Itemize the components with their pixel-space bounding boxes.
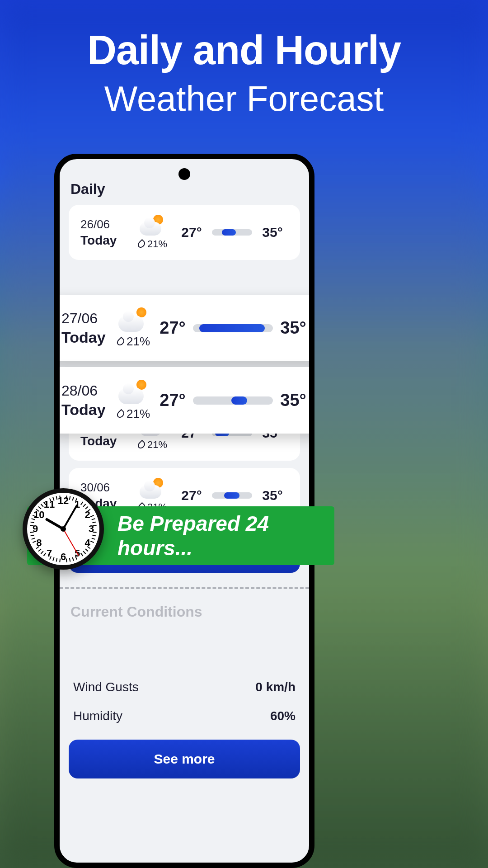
daily-row-expanded[interactable]: 28/06 Today 21% 27° 35° [54, 367, 314, 434]
banner-text: Be Prepared 24 hours... [117, 511, 334, 560]
temp-range-bar [193, 324, 273, 332]
partly-cloudy-icon [118, 380, 149, 404]
partly-cloudy-icon [140, 215, 166, 236]
temp-low: 27° [157, 391, 188, 410]
temp-high: 35° [277, 318, 309, 338]
temp-high: 35° [257, 488, 288, 503]
daily-date: 28/06 [61, 382, 113, 399]
daily-section-title: Daily [70, 181, 300, 198]
temp-range-bar [212, 492, 252, 499]
temp-high: 35° [277, 391, 309, 410]
daily-row[interactable]: 26/06 Today 21% 27° 35° [69, 205, 300, 260]
temp-low: 27° [157, 318, 188, 338]
daily-date: 27/06 [61, 310, 113, 327]
section-divider [60, 587, 309, 589]
condition-row: Humidity 60% [69, 702, 300, 731]
phone-camera-icon [178, 168, 190, 180]
see-more-button[interactable]: See more [69, 740, 300, 778]
condition-row: Wind Gusts 0 km/h [69, 673, 300, 702]
drop-icon [116, 336, 126, 347]
temp-high: 35° [257, 225, 288, 240]
partly-cloudy-icon [140, 478, 166, 499]
daily-row-expanded[interactable]: 27/06 Today 21% 27° 35° [54, 295, 314, 361]
precip-value: 21% [127, 407, 150, 421]
temp-low: 27° [176, 488, 207, 503]
drop-icon [136, 440, 147, 450]
clock-icon: 123456789101112 [23, 488, 104, 570]
temp-range-bar [193, 396, 273, 405]
drop-icon [136, 239, 147, 250]
condition-value: 60% [270, 709, 296, 723]
daily-day: Today [80, 434, 132, 448]
temp-range-bar [212, 229, 252, 236]
drop-icon [116, 409, 126, 419]
conditions-title: Current Conditions [70, 604, 300, 620]
daily-date: 30/06 [80, 481, 132, 495]
daily-date: 26/06 [80, 217, 132, 231]
daily-day: Today [80, 233, 132, 248]
hero-title-1: Daily and Hourly [0, 27, 488, 74]
hero-title-2: Weather Forecast [0, 78, 488, 119]
daily-day: Today [61, 401, 113, 419]
condition-label: Wind Gusts [73, 680, 139, 694]
hero-header: Daily and Hourly Weather Forecast [0, 0, 488, 119]
precip-value: 21% [147, 439, 167, 451]
precip-value: 21% [147, 238, 167, 250]
precip-value: 21% [127, 335, 150, 349]
daily-day: Today [61, 329, 113, 346]
condition-value: 0 km/h [255, 680, 296, 694]
partly-cloudy-icon [118, 307, 149, 332]
condition-label: Humidity [73, 709, 122, 723]
temp-low: 27° [176, 225, 207, 240]
